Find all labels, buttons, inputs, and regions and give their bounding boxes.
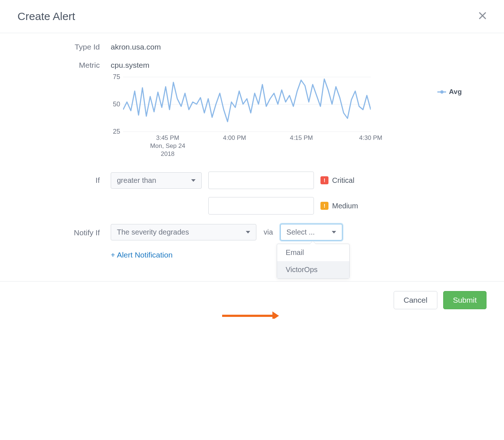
x-tick-label: 4:00 PM	[223, 134, 246, 142]
row-if: If greater than ! Critical	[17, 172, 487, 215]
chart-legend: Avg	[437, 88, 462, 96]
x-date-label: Mon, Sep 24	[150, 142, 185, 150]
row-metric: Metric cpu.system	[17, 59, 487, 70]
modal-title: Create Alert	[17, 10, 75, 23]
x-tick-label: 4:30 PM	[359, 134, 382, 142]
metric-value: cpu.system	[111, 59, 149, 70]
severity-medium: ! Medium	[320, 202, 358, 210]
comparator-value: greater than	[117, 176, 156, 185]
chart-container: Avg 2550753:45 PMMon, Sep 2420184:00 PM4…	[17, 77, 487, 161]
x-tick-label: 4:15 PM	[290, 134, 313, 142]
y-tick-label: 75	[113, 73, 120, 81]
dropdown-option-email[interactable]: Email	[277, 244, 349, 261]
notification-channel-value: Select ...	[287, 228, 315, 236]
legend-line-icon	[437, 91, 446, 93]
if-label: If	[17, 172, 111, 185]
critical-badge-icon: !	[320, 176, 328, 184]
y-tick-label: 50	[113, 101, 120, 108]
arrow-line-icon	[222, 315, 273, 317]
medium-label: Medium	[332, 202, 358, 210]
metric-label: Metric	[17, 59, 111, 70]
y-tick-label: 25	[113, 128, 120, 135]
critical-threshold-input[interactable]	[208, 172, 314, 189]
metric-chart: Avg 2550753:45 PMMon, Sep 2420184:00 PM4…	[123, 77, 425, 161]
close-icon[interactable]	[479, 11, 487, 21]
critical-label: Critical	[332, 176, 354, 185]
notify-if-label: Notify If	[17, 224, 111, 237]
medium-threshold-input[interactable]	[208, 197, 314, 215]
x-tick-label: 3:45 PM	[156, 134, 179, 142]
notification-channel-dropdown[interactable]: Select ...	[280, 224, 342, 240]
modal-body: Type Id akron.usa.com Metric cpu.system …	[0, 33, 504, 281]
type-id-value: akron.usa.com	[111, 40, 161, 51]
modal-header: Create Alert	[0, 0, 504, 33]
condition-medium-row: ! Medium	[208, 197, 358, 215]
cancel-button[interactable]: Cancel	[394, 291, 437, 309]
submit-button[interactable]: Submit	[443, 291, 487, 309]
dropdown-option-victorops[interactable]: VictorOps	[277, 261, 349, 278]
create-alert-modal: Create Alert Type Id akron.usa.com Metri…	[0, 0, 504, 319]
severity-change-dropdown[interactable]: The severity degrades	[111, 224, 256, 240]
medium-badge-icon: !	[320, 202, 328, 210]
severity-critical: ! Critical	[320, 176, 354, 185]
type-id-label: Type Id	[17, 40, 111, 51]
chevron-down-icon	[191, 179, 196, 182]
row-add-notification: + Alert Notification	[17, 248, 487, 259]
add-alert-notification-link[interactable]: + Alert Notification	[111, 251, 173, 259]
comparator-dropdown[interactable]: greater than	[111, 172, 202, 189]
via-label: via	[264, 228, 273, 236]
annotation-arrow	[222, 311, 279, 314]
severity-change-value: The severity degrades	[117, 228, 189, 236]
chevron-down-icon	[246, 231, 250, 233]
notification-channel-menu: Email VictorOps	[277, 244, 350, 279]
chart-line	[123, 77, 371, 133]
arrow-head-icon	[272, 311, 279, 319]
chevron-down-icon	[332, 231, 336, 233]
row-notify-if: Notify If The severity degrades via Sele…	[17, 224, 487, 240]
condition-critical-row: greater than ! Critical	[111, 172, 358, 189]
x-year-label: 2018	[161, 150, 174, 158]
row-type-id: Type Id akron.usa.com	[17, 40, 487, 51]
legend-label: Avg	[449, 88, 462, 96]
